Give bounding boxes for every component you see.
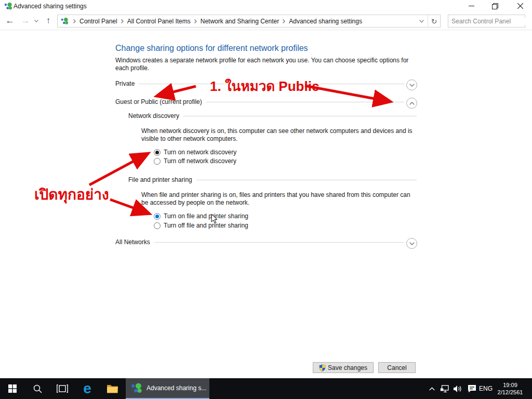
address-dropdown-icon[interactable] — [415, 20, 428, 23]
taskbar: e Advanced sharing s... — [0, 378, 532, 399]
section-private: Private — [115, 80, 404, 87]
section-guest-public-label: Guest or Public (current profile) — [115, 98, 202, 105]
history-dropdown-icon[interactable] — [32, 14, 41, 28]
divider — [154, 242, 404, 243]
taskbar-app-label: Advanced sharing s... — [147, 384, 206, 392]
radio-turn-on-file-sharing[interactable]: Turn on file and printer sharing — [154, 212, 248, 220]
address-bar[interactable]: Control Panel All Control Panel Items Ne… — [57, 15, 441, 28]
cancel-label: Cancel — [387, 364, 406, 371]
radio-off-file-sharing-icon[interactable] — [154, 222, 161, 229]
breadcrumb-item-network-sharing-center[interactable]: Network and Sharing Center — [200, 18, 280, 25]
radio-on-file-sharing-label: Turn on file and printer sharing — [164, 212, 248, 220]
tray-time: 19:09 — [503, 381, 517, 389]
app-network-icon — [4, 2, 12, 12]
taskbar-app-network-icon — [131, 382, 142, 394]
tray-date: 2/12/2561 — [498, 389, 523, 396]
intro-text: Windows creates a separate network profi… — [115, 57, 409, 72]
page-title: Change sharing options for different net… — [115, 44, 308, 53]
file-sharing-description: When file and printer sharing is on, fil… — [141, 191, 415, 207]
uac-shield-icon — [319, 364, 326, 371]
section-all-networks: All Networks — [115, 238, 404, 246]
breadcrumb-chevron-icon — [121, 19, 124, 23]
back-button[interactable]: ← — [3, 14, 17, 28]
close-button[interactable] — [511, 0, 529, 12]
section-private-expand-chevron-down-icon[interactable] — [406, 79, 417, 90]
navigation-bar: ← → ↑ Control Panel All Control Panel It… — [0, 12, 532, 30]
radio-on-network-discovery-icon[interactable] — [154, 149, 161, 156]
divider — [183, 116, 417, 116]
cancel-button[interactable]: Cancel — [378, 362, 416, 373]
task-view-icon[interactable] — [50, 378, 75, 399]
tray-volume-icon[interactable] — [450, 378, 464, 399]
divider — [196, 180, 417, 180]
title-bar: Advanced sharing settings — [0, 0, 532, 12]
breadcrumb-item-all-items[interactable]: All Control Panel Items — [126, 18, 192, 25]
search-input[interactable] — [448, 18, 532, 25]
tray-network-icon[interactable] — [437, 378, 451, 399]
section-guest-public-collapse-chevron-up-icon[interactable] — [406, 98, 417, 109]
refresh-icon[interactable]: ↻ — [428, 15, 440, 27]
radio-on-file-sharing-icon[interactable] — [154, 213, 161, 220]
network-discovery-title: Network discovery — [128, 112, 179, 119]
tray-show-hidden-icons-chevron-icon[interactable] — [425, 378, 438, 399]
breadcrumb-chevron-icon — [283, 19, 285, 23]
breadcrumb-item-advanced-sharing[interactable]: Advanced sharing settings — [288, 18, 363, 25]
file-explorer-icon[interactable] — [100, 378, 125, 399]
radio-off-network-discovery-icon[interactable] — [154, 158, 161, 165]
minimize-button[interactable] — [462, 0, 480, 12]
subsection-file-printer-sharing: File and printer sharing — [128, 176, 417, 183]
section-guest-public: Guest or Public (current profile) — [115, 98, 404, 105]
save-changes-button[interactable]: Save changes — [313, 362, 374, 373]
breadcrumb-chevron-icon — [194, 19, 197, 23]
divider — [206, 102, 404, 102]
taskbar-app-button[interactable]: Advanced sharing s... — [126, 378, 209, 399]
radio-off-network-discovery-label: Turn off network discovery — [164, 157, 236, 165]
forward-button[interactable]: → — [19, 14, 32, 28]
radio-on-network-discovery-label: Turn on network discovery — [164, 149, 236, 156]
section-all-networks-label: All Networks — [115, 238, 150, 246]
radio-turn-on-network-discovery[interactable]: Turn on network discovery — [154, 149, 236, 156]
breadcrumb-chevron-icon — [73, 19, 76, 23]
radio-off-file-sharing-label: Turn off file and printer sharing — [164, 222, 248, 229]
address-network-icon — [61, 17, 69, 25]
window-title: Advanced sharing settings — [14, 3, 87, 10]
tray-clock[interactable]: 19:09 2/12/2561 — [493, 378, 528, 399]
subsection-network-discovery: Network discovery — [128, 112, 417, 119]
section-all-networks-expand-chevron-down-icon[interactable] — [406, 238, 417, 249]
edge-browser-icon[interactable]: e — [75, 378, 100, 399]
up-button[interactable]: ↑ — [42, 14, 55, 28]
radio-turn-off-file-sharing[interactable]: Turn off file and printer sharing — [154, 222, 248, 229]
restore-button[interactable] — [486, 0, 504, 12]
tray-action-center-icon[interactable] — [464, 378, 479, 399]
section-private-label: Private — [115, 80, 135, 87]
radio-turn-off-network-discovery[interactable]: Turn off network discovery — [154, 157, 236, 165]
save-changes-label: Save changes — [328, 364, 367, 371]
tray-language-indicator[interactable]: ENG — [478, 378, 494, 399]
main-content: Change sharing options for different net… — [0, 30, 532, 378]
taskbar-search-icon[interactable] — [25, 378, 50, 399]
start-button[interactable] — [0, 378, 25, 399]
divider — [139, 84, 404, 84]
search-box — [448, 15, 525, 28]
breadcrumb: Control Panel All Control Panel Items Ne… — [71, 18, 415, 25]
network-discovery-description: When network discovery is on, this compu… — [141, 127, 415, 143]
file-sharing-title: File and printer sharing — [128, 176, 192, 183]
breadcrumb-item-control-panel[interactable]: Control Panel — [78, 18, 118, 25]
